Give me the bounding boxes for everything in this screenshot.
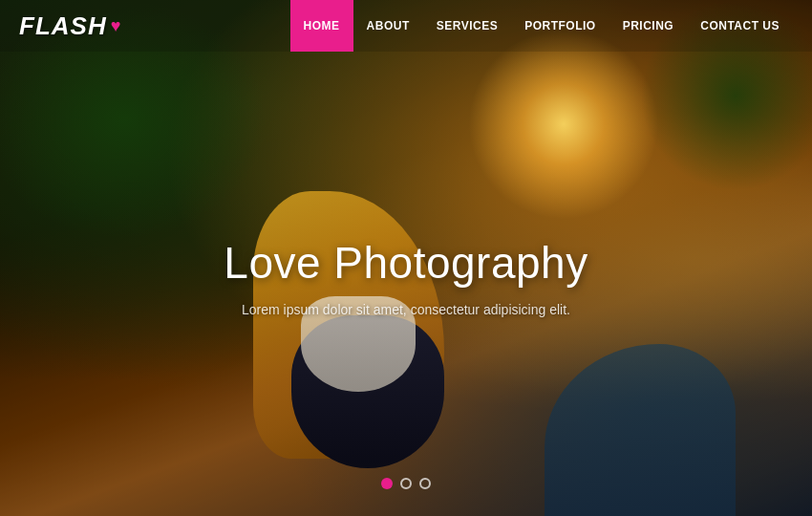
logo-heart: ♥ (111, 16, 121, 36)
nav-item-pricing[interactable]: PRICING (609, 0, 688, 52)
hero-section: FLASH ♥ HOME ABOUT SERVICES PORTFOLIO PR… (0, 0, 812, 516)
navbar: FLASH ♥ HOME ABOUT SERVICES PORTFOLIO PR… (0, 0, 812, 52)
nav-links: HOME ABOUT SERVICES PORTFOLIO PRICING CO… (290, 0, 793, 52)
nav-item-about[interactable]: ABOUT (353, 0, 423, 52)
hero-title: Love Photography (119, 237, 693, 289)
hero-content: Love Photography Lorem ipsum dolor sit a… (119, 237, 693, 317)
nav-item-contact[interactable]: CONTACT US (687, 0, 793, 52)
nav-item-portfolio[interactable]: PORTFOLIO (511, 0, 609, 52)
hero-subtitle: Lorem ipsum dolor sit amet, consectetur … (119, 302, 693, 317)
sun-glow (468, 29, 659, 220)
nav-item-services[interactable]: SERVICES (423, 0, 511, 52)
slider-dot-2[interactable] (400, 478, 412, 489)
nav-item-home[interactable]: HOME (290, 0, 353, 52)
slider-dot-1[interactable] (381, 478, 393, 489)
logo: FLASH ♥ (19, 11, 120, 41)
slider-dot-3[interactable] (419, 478, 431, 489)
logo-text: FLASH (19, 11, 107, 41)
slider-dots (381, 478, 431, 489)
